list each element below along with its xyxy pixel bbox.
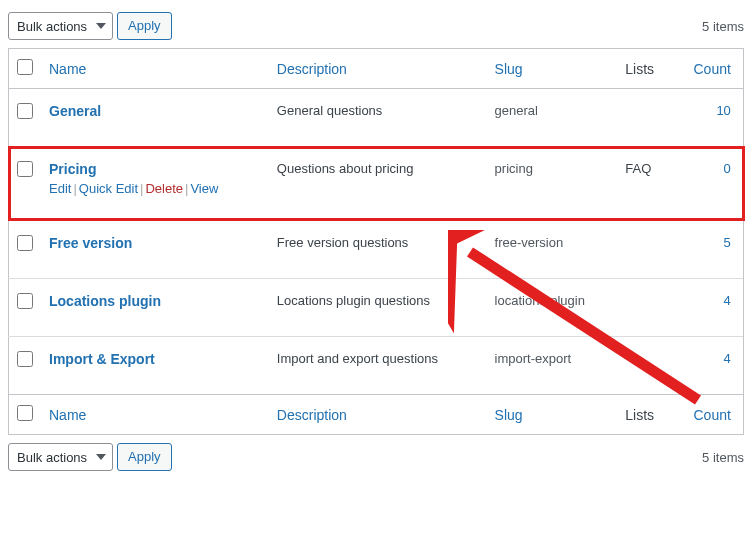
row-checkbox[interactable] — [17, 351, 33, 367]
apply-button-bottom[interactable]: Apply — [117, 443, 172, 471]
tablenav-bottom: Bulk actions Apply 5 items — [8, 435, 744, 479]
select-all-top[interactable] — [17, 59, 33, 75]
row-checkbox[interactable] — [17, 293, 33, 309]
row-action-quick-edit[interactable]: Quick Edit — [79, 181, 138, 196]
row-lists — [617, 279, 672, 337]
row-count-link[interactable]: 4 — [724, 293, 731, 308]
row-description: General questions — [269, 89, 487, 147]
table-row: Free versionFree version questionsfree-v… — [9, 221, 744, 279]
row-lists: FAQ — [617, 147, 672, 221]
table-row: GeneralGeneral questionsgeneral10 — [9, 89, 744, 147]
row-action-view[interactable]: View — [190, 181, 218, 196]
row-lists — [617, 337, 672, 395]
col-footer-lists: Lists — [617, 395, 672, 435]
row-count-link[interactable]: 5 — [724, 235, 731, 250]
table-row: PricingEdit|Quick Edit|Delete|ViewQuesti… — [9, 147, 744, 221]
bulk-actions-top: Bulk actions Apply — [8, 12, 172, 40]
items-count-top: 5 items — [702, 19, 744, 34]
bulk-actions-select-top[interactable]: Bulk actions — [8, 12, 113, 40]
row-lists — [617, 89, 672, 147]
row-title-link[interactable]: Locations plugin — [49, 293, 161, 309]
apply-button-top[interactable]: Apply — [117, 12, 172, 40]
row-slug: import-export — [487, 337, 618, 395]
tablenav-top: Bulk actions Apply 5 items — [8, 8, 744, 48]
row-title-link[interactable]: General — [49, 103, 101, 119]
col-header-slug[interactable]: Slug — [495, 61, 523, 77]
row-action-delete[interactable]: Delete — [145, 181, 183, 196]
table-row: Import & ExportImport and export questio… — [9, 337, 744, 395]
row-title-link[interactable]: Free version — [49, 235, 132, 251]
categories-table: Name Description Slug Lists Count Genera… — [8, 48, 744, 435]
bulk-actions-select-bottom[interactable]: Bulk actions — [8, 443, 113, 471]
row-slug: locations-plugin — [487, 279, 618, 337]
select-all-bottom[interactable] — [17, 405, 33, 421]
row-action-edit[interactable]: Edit — [49, 181, 71, 196]
col-header-name[interactable]: Name — [49, 61, 86, 77]
row-lists — [617, 221, 672, 279]
items-count-bottom: 5 items — [702, 450, 744, 465]
table-footer-row: Name Description Slug Lists Count — [9, 395, 744, 435]
col-footer-count[interactable]: Count — [693, 407, 730, 423]
table-row: Locations pluginLocations plugin questio… — [9, 279, 744, 337]
row-description: Locations plugin questions — [269, 279, 487, 337]
row-slug: general — [487, 89, 618, 147]
row-description: Questions about pricing — [269, 147, 487, 221]
row-slug: pricing — [487, 147, 618, 221]
row-checkbox[interactable] — [17, 235, 33, 251]
col-header-description[interactable]: Description — [277, 61, 347, 77]
col-header-lists: Lists — [617, 49, 672, 89]
row-count-link[interactable]: 4 — [724, 351, 731, 366]
row-actions: Edit|Quick Edit|Delete|View — [49, 181, 261, 196]
col-header-count[interactable]: Count — [693, 61, 730, 77]
row-count-link[interactable]: 0 — [724, 161, 731, 176]
row-checkbox[interactable] — [17, 161, 33, 177]
row-description: Free version questions — [269, 221, 487, 279]
col-footer-description[interactable]: Description — [277, 407, 347, 423]
row-title-link[interactable]: Import & Export — [49, 351, 155, 367]
row-count-link[interactable]: 10 — [716, 103, 730, 118]
row-title-link[interactable]: Pricing — [49, 161, 96, 177]
row-slug: free-version — [487, 221, 618, 279]
bulk-actions-bottom: Bulk actions Apply — [8, 443, 172, 471]
table-header-row: Name Description Slug Lists Count — [9, 49, 744, 89]
row-description: Import and export questions — [269, 337, 487, 395]
row-checkbox[interactable] — [17, 103, 33, 119]
col-footer-slug[interactable]: Slug — [495, 407, 523, 423]
col-footer-name[interactable]: Name — [49, 407, 86, 423]
